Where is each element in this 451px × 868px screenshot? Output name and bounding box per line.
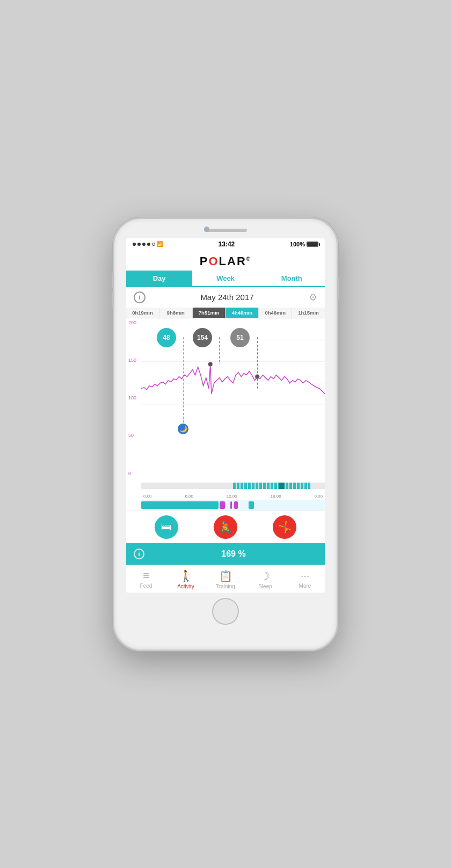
svg-point-8 [208,362,213,366]
signal-dot-1 [133,243,136,246]
sleep-icon: ☽ [260,570,270,582]
battery-percent: 100% [290,241,305,247]
activity-icon: 🚶 [179,570,193,582]
signal-dot-2 [137,243,141,246]
vol-down-btn [112,292,114,307]
activity-label: Activity [177,583,194,589]
sleep-moon-icon: 🌙 [178,424,188,434]
phone-frame: 📶 13:42 100% POLAR® Day Week Month i May… [113,217,338,651]
y-axis-labels: 200 150 100 50 0 [128,318,136,478]
polar-logo: POLAR® [126,250,325,271]
metric-light[interactable]: 0h46min [259,308,292,318]
svg-point-9 [255,374,259,378]
activity-strip [141,483,325,489]
nav-training[interactable]: 📋 Training [206,568,245,590]
metrics-row: 0h19min 9h8min 7h51min 4h40min 0h46min 1… [126,308,325,318]
date-row: i May 24th 2017 ⚙ [126,287,325,308]
metric-nonwear[interactable]: 7h51min [193,308,226,318]
tab-day[interactable]: Day [126,271,192,287]
feed-label: Feed [140,583,152,589]
training-icon: 📋 [219,570,232,582]
progress-bar[interactable]: i 169 % [126,543,325,565]
y-label-200: 200 [128,320,136,325]
more-icon: ··· [301,570,310,582]
metric-sleep[interactable]: 0h19min [126,308,159,318]
battery-area: 100% [290,241,318,247]
progress-info-icon[interactable]: i [134,549,144,559]
sleep-bar-rem3 [234,501,238,509]
tab-month[interactable]: Month [259,271,325,287]
time-12: 12.00 [227,494,237,499]
bubble-51[interactable]: 51 [230,328,250,347]
signal-dot-4 [147,243,150,246]
sleep-label: Sleep [258,583,272,589]
sleep-bar-main [141,501,219,509]
activity-icons-row: 🛏 🚴 🤸 [126,510,325,543]
sleep-bar-row [141,500,325,510]
y-label-150: 150 [128,358,136,363]
nav-activity[interactable]: 🚶 Activity [166,568,206,590]
signal-dot-3 [142,243,146,246]
battery-fill [307,242,318,246]
sleep-bar-rem2 [230,501,232,509]
phone-screen: 📶 13:42 100% POLAR® Day Week Month i May… [126,238,325,593]
phone-speaker [204,229,247,232]
dance-activity-btn[interactable]: 🤸 [273,515,296,539]
metric-active[interactable]: 4h40min [226,308,259,318]
nav-feed[interactable]: ≡ Feed [126,568,166,590]
sleep-activity-btn[interactable]: 🛏 [155,515,178,539]
wifi-icon: 📶 [157,241,163,247]
info-button[interactable]: i [134,291,146,303]
y-label-100: 100 [128,396,136,400]
power-btn [337,278,339,300]
settings-icon[interactable]: ⚙ [309,291,317,303]
time-18: 18.00 [271,494,281,499]
activity-fill-teal [233,483,310,489]
feed-icon: ≡ [143,570,149,582]
vol-up-btn [112,273,114,288]
bubble-48[interactable]: 48 [157,328,176,347]
time-24: 0.00 [314,494,323,499]
tab-week[interactable]: Week [192,271,258,287]
polar-o: O [208,254,219,268]
metric-rest[interactable]: 9h8min [159,308,193,318]
signal-dot-5 [152,243,155,246]
home-button[interactable] [212,598,239,625]
activity-fill-dark [279,483,285,489]
current-date: May 24th 2017 [200,293,253,302]
sleep-bar-end [249,501,254,509]
status-time: 13:42 [219,240,235,248]
metric-vigorous[interactable]: 1h15min [292,308,325,318]
progress-value: 169 % [150,549,317,559]
cycling-activity-btn[interactable]: 🚴 [214,515,237,539]
bottom-navigation: ≡ Feed 🚶 Activity 📋 Training ☽ Sleep ···… [126,565,325,593]
y-label-50: 50 [128,433,136,438]
status-bar: 📶 13:42 100% [126,238,325,250]
time-6: 6.00 [185,494,193,499]
time-0: 0.00 [143,494,152,499]
bubble-154[interactable]: 154 [193,328,212,347]
tab-navigation: Day Week Month [126,271,325,287]
more-label: More [299,583,311,589]
y-label-0: 0 [128,471,136,476]
heart-rate-chart: 200 150 100 50 0 [126,318,325,510]
battery-icon [307,242,318,247]
training-label: Training [216,583,235,589]
phone-camera [204,227,209,232]
nav-more[interactable]: ··· More [285,568,325,590]
sleep-bar-rem1 [220,501,225,509]
time-labels-row: 0.00 6.00 12.00 18.00 0.00 [141,494,325,499]
nav-sleep[interactable]: ☽ Sleep [245,568,285,590]
signal-area: 📶 [133,241,163,247]
